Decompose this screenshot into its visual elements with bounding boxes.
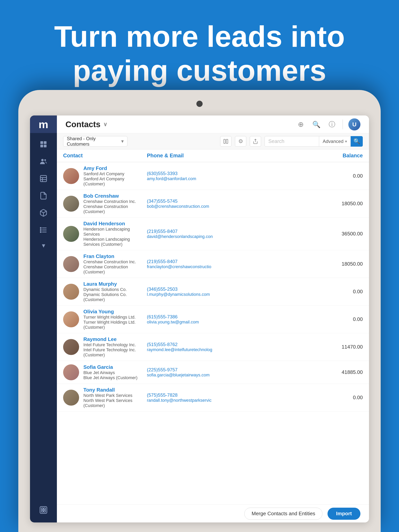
table-row[interactable]: Laura Murphy Dynamic Solutions Co. Dynam… xyxy=(57,278,369,305)
sidebar-item-settings[interactable] xyxy=(30,501,57,519)
svg-rect-20 xyxy=(41,510,43,512)
help-icon[interactable]: ⓘ xyxy=(327,119,337,129)
contacts-icon xyxy=(39,157,48,165)
phone-email-cell: (575)555-7828 randall.tony@northwestpark… xyxy=(147,392,322,403)
col-contact: Contact xyxy=(63,153,147,159)
sidebar: m xyxy=(30,115,57,522)
table-row[interactable]: Olivia Young Turner Wright Holdings Ltd.… xyxy=(57,305,369,333)
contact-cell: David Henderson Henderson Landscaping Se… xyxy=(63,221,147,247)
phone-email-cell: (219)555-8407 franclayton@crenshawconstr… xyxy=(147,259,322,269)
advanced-search-btn[interactable]: Advanced ▾ xyxy=(319,136,351,147)
contact-cell: Olivia Young Turner Wright Holdings Ltd.… xyxy=(63,309,147,330)
contact-info: Olivia Young Turner Wright Holdings Ltd.… xyxy=(83,309,147,330)
contact-avatar xyxy=(63,256,79,272)
sidebar-item-dashboard[interactable] xyxy=(30,136,57,153)
import-button[interactable]: Import xyxy=(328,508,360,520)
contact-info: Raymond Lee Intel Future Technology Inc.… xyxy=(83,336,147,358)
contact-name: Amy Ford xyxy=(83,165,147,171)
filter-arrow-icon: ▾ xyxy=(121,138,124,144)
sidebar-item-document[interactable] xyxy=(30,187,57,204)
col-balance: Balance xyxy=(322,153,363,159)
share-icon-btn[interactable] xyxy=(250,136,261,147)
columns-icon xyxy=(223,139,229,144)
advanced-arrow-icon: ▾ xyxy=(345,139,347,144)
contact-company2: Dynamic Solutions Co. (Customer) xyxy=(83,292,147,302)
sidebar-expand-btn[interactable]: ▾ xyxy=(30,239,57,252)
toolbar: Shared - Only Customers ▾ ⚙ xyxy=(57,133,369,149)
topbar: Contacts ∨ ⊕ 🔍 ⓘ U xyxy=(57,115,369,133)
hero-section: Turn more leads into paying customers xyxy=(0,0,399,99)
svg-rect-23 xyxy=(226,139,228,143)
view-icon-btn[interactable] xyxy=(220,136,232,147)
contact-company2: Crenshaw Construction (Customer) xyxy=(83,204,147,214)
balance-cell: 0.00 xyxy=(322,394,363,400)
contact-info: David Henderson Henderson Landscaping Se… xyxy=(83,221,147,247)
table-row[interactable]: Tony Randall North West Park Services No… xyxy=(57,384,369,412)
svg-point-14 xyxy=(40,228,41,228)
svg-rect-2 xyxy=(40,145,43,147)
contact-name: Tony Randall xyxy=(83,387,147,393)
table-row[interactable]: Bob Crenshaw Crenshaw Construction Inc. … xyxy=(57,190,369,217)
contact-avatar xyxy=(63,311,79,327)
table-header: Contact Phone & Email Balance xyxy=(57,149,369,162)
contact-phone: (219)555-8407 xyxy=(147,259,322,264)
svg-rect-1 xyxy=(44,141,46,144)
search-input[interactable]: Search xyxy=(264,136,319,147)
sidebar-item-box[interactable] xyxy=(30,204,57,222)
table-row[interactable]: Fran Clayton Crenshaw Construction Inc. … xyxy=(57,250,369,278)
contact-phone: (515)555-8762 xyxy=(147,342,322,347)
contact-phone: (219)555-8407 xyxy=(147,229,322,234)
search-icon[interactable]: 🔍 xyxy=(311,119,322,129)
contact-info: Amy Ford Sanford Art Company Sanford Art… xyxy=(83,165,147,187)
contact-cell: Tony Randall North West Park Services No… xyxy=(63,387,147,408)
settings-icon xyxy=(39,506,48,514)
contact-company2: Sanford Art Company (Customer) xyxy=(83,177,147,187)
balance-cell: 0.00 xyxy=(322,316,363,322)
table-rows: Amy Ford Sanford Art Company Sanford Art… xyxy=(57,162,369,505)
app-container: m xyxy=(30,115,369,522)
merge-contacts-button[interactable]: Merge Contacts and Entities xyxy=(244,508,322,520)
contact-avatar xyxy=(63,226,79,242)
search-button[interactable]: 🔍 xyxy=(351,136,363,147)
user-avatar[interactable]: U xyxy=(348,118,360,130)
hero-title: Turn more leads into paying customers xyxy=(39,19,360,88)
table-icon xyxy=(39,174,48,183)
table-row[interactable]: Raymond Lee Intel Future Technology Inc.… xyxy=(57,333,369,361)
balance-cell: 18050.00 xyxy=(322,261,363,267)
topbar-divider xyxy=(342,120,343,129)
contact-company2: North West Park Services (Customer) xyxy=(83,398,147,408)
contact-cell: Amy Ford Sanford Art Company Sanford Art… xyxy=(63,165,147,187)
contact-cell: Laura Murphy Dynamic Solutions Co. Dynam… xyxy=(63,281,147,302)
contact-company2: Turner Wright Holdings Ltd. (Customer) xyxy=(83,320,147,330)
logo-letter: m xyxy=(39,118,48,131)
sidebar-item-table[interactable] xyxy=(30,170,57,187)
title-chevron: ∨ xyxy=(103,121,107,127)
contact-email: franclayton@crenshawconstructio xyxy=(147,264,322,269)
table-row[interactable]: Amy Ford Sanford Art Company Sanford Art… xyxy=(57,162,369,190)
topbar-actions: ⊕ 🔍 ⓘ U xyxy=(296,118,360,130)
filter-label: Shared - Only Customers xyxy=(67,136,119,147)
contact-email: amy.ford@sanfordart.com xyxy=(147,176,322,181)
svg-rect-3 xyxy=(44,145,46,147)
add-contact-button[interactable]: ⊕ xyxy=(296,119,306,129)
page-title: Contacts ∨ xyxy=(65,120,292,129)
table-row[interactable]: Sofia Garcia Blue Jet Airways Blue Jet A… xyxy=(57,361,369,384)
filter-dropdown[interactable]: Shared - Only Customers ▾ xyxy=(63,136,127,147)
gear-icon-btn[interactable]: ⚙ xyxy=(235,136,246,147)
table-row[interactable]: David Henderson Henderson Landscaping Se… xyxy=(57,217,369,250)
svg-rect-6 xyxy=(40,176,46,182)
sidebar-item-list[interactable] xyxy=(30,222,57,239)
svg-rect-17 xyxy=(40,507,47,513)
contact-email: david@hendersonlandscaping.con xyxy=(147,234,322,239)
contact-phone: (225)555-9757 xyxy=(147,367,322,373)
svg-rect-19 xyxy=(44,508,45,510)
contact-name: Bob Crenshaw xyxy=(83,193,147,199)
sidebar-item-contacts[interactable] xyxy=(30,153,57,170)
contact-name: Sofia Garcia xyxy=(83,364,138,370)
contact-info: Tony Randall North West Park Services No… xyxy=(83,387,147,408)
contact-cell: Fran Clayton Crenshaw Construction Inc. … xyxy=(63,253,147,275)
sidebar-logo[interactable]: m xyxy=(30,115,57,133)
contact-name: Raymond Lee xyxy=(83,336,147,342)
main-content: Contacts ∨ ⊕ 🔍 ⓘ U xyxy=(57,115,369,522)
phone-email-cell: (346)555-2503 l.murphy@dynamicsolutions.… xyxy=(147,286,322,297)
